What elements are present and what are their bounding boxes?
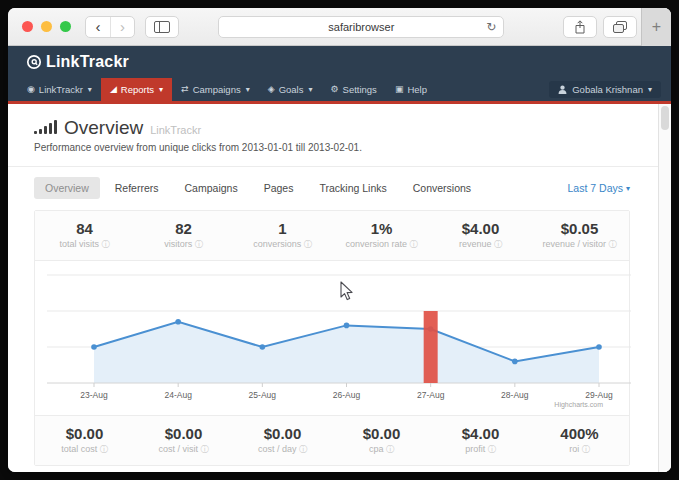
scrollbar-thumb[interactable] (661, 106, 669, 130)
menu-item-settings[interactable]: ⚙ Settings (321, 78, 385, 101)
date-range-dropdown[interactable]: Last 7 Days ▾ (568, 182, 630, 194)
safari-window: ‹ › safaribrowser ↻ (8, 8, 671, 472)
stat-item: 1 conversions ⓘ (233, 220, 332, 250)
stat-item: $4.00 profit ⓘ (431, 425, 530, 455)
browser-toolbar: ‹ › safaribrowser ↻ (8, 8, 671, 46)
tab-overview-button[interactable] (603, 16, 637, 38)
info-icon[interactable]: ⓘ (195, 240, 203, 249)
stat-label: cpa (369, 444, 386, 454)
x-axis-label: 27-Aug (417, 390, 445, 400)
tab-overview[interactable]: Overview (34, 177, 100, 199)
caret-down-icon: ▾ (246, 85, 250, 94)
chart-credit: Highcharts.com (554, 401, 603, 409)
bar-chart-icon (34, 119, 57, 134)
menu-item-help[interactable]: ▣ Help (386, 78, 436, 101)
tab-tracking-links[interactable]: Tracking Links (308, 177, 397, 199)
tab-referrers[interactable]: Referrers (104, 177, 170, 199)
sidebar-toggle-button[interactable] (145, 16, 179, 38)
caret-down-icon: ▾ (159, 85, 163, 94)
x-axis-label: 23-Aug (80, 390, 108, 400)
menu-item-campaigns[interactable]: ⇄ Campaigns ▾ (172, 78, 259, 101)
tabs-row: OverviewReferrersCampaignsPagesTracking … (34, 177, 630, 199)
stat-value: $0.00 (233, 425, 332, 442)
stat-value: 1 (233, 220, 332, 237)
share-button[interactable] (563, 16, 597, 38)
info-icon[interactable]: ⓘ (304, 240, 312, 249)
address-bar[interactable]: safaribrowser ↻ (218, 16, 504, 38)
x-axis-label: 28-Aug (501, 390, 529, 400)
visits-chart: 23-Aug24-Aug25-Aug26-Aug27-Aug28-Aug29-A… (39, 271, 639, 411)
app-navbar: LinkTrackr (8, 46, 671, 78)
stat-label: visitors (164, 239, 195, 249)
info-icon[interactable]: ⓘ (100, 445, 108, 454)
stat-label: revenue / visitor (542, 239, 608, 249)
app-menubar: ◉ LinkTrackr ▾ ◢ Reports ▾ ⇄ Campaigns ▾… (8, 78, 671, 101)
menu-item-goals[interactable]: ◈ Goals ▾ (259, 78, 322, 101)
share-icon (574, 20, 586, 34)
chart-point (512, 359, 518, 365)
sidebar-icon (154, 21, 170, 33)
x-axis-label: 26-Aug (333, 390, 361, 400)
stat-label: revenue (459, 239, 494, 249)
user-menu-button[interactable]: Gobala Krishnan ▾ (549, 81, 661, 98)
page-title: Overview (64, 117, 143, 139)
chart-point (596, 344, 602, 350)
shuffle-icon: ⇄ (181, 85, 189, 94)
info-icon[interactable]: ⓘ (102, 240, 110, 249)
info-icon[interactable]: ⓘ (201, 445, 209, 454)
forward-button[interactable]: › (110, 17, 134, 37)
tab-campaigns[interactable]: Campaigns (174, 177, 249, 199)
stat-label: conversion rate (345, 239, 409, 249)
stat-value: $4.00 (431, 220, 530, 237)
info-icon[interactable]: ⓘ (494, 240, 502, 249)
stat-label: profit (465, 444, 488, 454)
info-icon[interactable]: ⓘ (410, 240, 418, 249)
help-icon: ▣ (395, 85, 404, 94)
wrench-icon: ⚙ (330, 85, 338, 94)
minimize-window-icon[interactable] (41, 21, 52, 32)
chart-point (175, 319, 181, 325)
new-tab-button[interactable]: + (641, 8, 671, 46)
info-icon[interactable]: ⓘ (488, 445, 496, 454)
stat-item: $0.00 cpa ⓘ (332, 425, 431, 455)
stat-item: 84 total visits ⓘ (35, 220, 134, 250)
stats-bottom-row: $0.00 total cost ⓘ $0.00 cost / visit ⓘ … (35, 416, 629, 465)
x-axis-label: 25-Aug (249, 390, 277, 400)
chart-area: 23-Aug24-Aug25-Aug26-Aug27-Aug28-Aug29-A… (35, 260, 629, 416)
stat-value: $0.00 (332, 425, 431, 442)
stat-label: roi (569, 444, 582, 454)
tab-pages[interactable]: Pages (253, 177, 305, 199)
stat-item: 1% conversion rate ⓘ (332, 220, 431, 250)
linktrackr-logo-icon (26, 54, 42, 70)
stat-value: $0.00 (134, 425, 233, 442)
menu-item-reports[interactable]: ◢ Reports ▾ (101, 78, 172, 101)
tab-conversions[interactable]: Conversions (402, 177, 482, 199)
back-button[interactable]: ‹ (86, 17, 110, 37)
brand-text: LinkTrackr (46, 53, 129, 71)
stat-label: total cost (61, 444, 100, 454)
stat-item: $0.00 cost / day ⓘ (233, 425, 332, 455)
info-icon[interactable]: ⓘ (299, 445, 307, 454)
caret-down-icon: ▾ (308, 85, 312, 94)
toolbar-right: + (563, 8, 671, 46)
stat-item: $0.00 total cost ⓘ (35, 425, 134, 455)
info-icon[interactable]: ⓘ (609, 240, 617, 249)
chart-point (260, 344, 266, 350)
screenshot-frame: ‹ › safaribrowser ↻ (0, 0, 679, 480)
stat-value: $0.00 (35, 425, 134, 442)
stats-top-row: 84 total visits ⓘ 82 visitors ⓘ 1 conver… (35, 211, 629, 260)
stat-item: $0.05 revenue / visitor ⓘ (530, 220, 629, 250)
close-window-icon[interactable] (22, 21, 33, 32)
info-icon[interactable]: ⓘ (386, 445, 394, 454)
brand-logo[interactable]: LinkTrackr (26, 53, 129, 71)
caret-down-icon: ▾ (626, 184, 630, 193)
page-scrollbar[interactable] (658, 104, 671, 472)
refresh-icon[interactable]: ↻ (486, 20, 496, 34)
page-content: Overview LinkTrackr Performance overview… (8, 104, 658, 466)
info-icon[interactable]: ⓘ (582, 445, 590, 454)
zoom-window-icon[interactable] (60, 21, 71, 32)
overview-panel: 84 total visits ⓘ 82 visitors ⓘ 1 conver… (34, 210, 630, 466)
menu-item-linktrackr[interactable]: ◉ LinkTrackr ▾ (18, 78, 101, 101)
stat-value: $4.00 (431, 425, 530, 442)
history-buttons: ‹ › (85, 16, 135, 38)
